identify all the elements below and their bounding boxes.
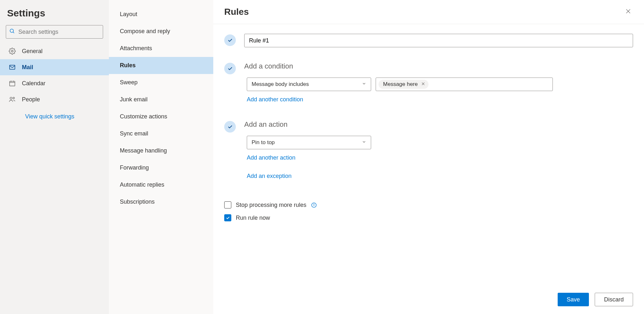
subnav-rules[interactable]: Rules: [109, 57, 213, 74]
sidebar-item-general[interactable]: General: [0, 43, 109, 59]
subnav-junk-email[interactable]: Junk email: [109, 91, 213, 108]
action-type-value: Pin to top: [252, 139, 275, 146]
subnav-customize-actions[interactable]: Customize actions: [109, 108, 213, 125]
calendar-icon: [8, 80, 16, 87]
subnav-layout[interactable]: Layout: [109, 6, 213, 23]
checkbox-checked-icon: [224, 214, 231, 221]
subnav-compose-reply[interactable]: Compose and reply: [109, 23, 213, 40]
close-button[interactable]: [623, 6, 633, 17]
subnav-automatic-replies[interactable]: Automatic replies: [109, 176, 213, 193]
subnav-sweep[interactable]: Sweep: [109, 74, 213, 91]
add-another-condition-link[interactable]: Add another condition: [247, 96, 633, 103]
search-icon: [9, 28, 15, 35]
settings-sidebar: Settings General Mail Calendar People V: [0, 0, 109, 314]
search-settings-box[interactable]: [6, 25, 103, 39]
condition-type-select[interactable]: Message body includes: [247, 78, 371, 91]
rules-panel: Rules Add a condition: [213, 0, 644, 314]
svg-point-2: [11, 50, 13, 52]
sidebar-item-label: Calendar: [22, 80, 45, 87]
people-icon: [8, 96, 16, 103]
gear-icon: [8, 48, 16, 55]
action-type-select[interactable]: Pin to top: [247, 136, 371, 149]
svg-point-0: [10, 29, 14, 32]
close-icon: [625, 10, 631, 15]
save-button[interactable]: Save: [558, 293, 589, 306]
search-settings-input[interactable]: [15, 29, 100, 35]
subnav-forwarding[interactable]: Forwarding: [109, 159, 213, 176]
condition-value-input[interactable]: Message here: [376, 78, 553, 91]
run-rule-now-checkbox[interactable]: Run rule now: [224, 214, 633, 221]
subnav-subscriptions[interactable]: Subscriptions: [109, 193, 213, 210]
info-icon[interactable]: [311, 202, 317, 208]
panel-title: Rules: [224, 7, 249, 17]
checkbox-unchecked-icon: [224, 201, 231, 208]
condition-heading: Add a condition: [244, 62, 633, 70]
rule-name-input[interactable]: [244, 34, 633, 47]
close-icon: [421, 81, 425, 88]
svg-line-1: [13, 32, 14, 33]
stop-processing-label: Stop processing more rules: [236, 202, 306, 208]
chevron-down-icon: [362, 81, 366, 88]
condition-chip: Message here: [379, 80, 428, 89]
svg-point-12: [13, 97, 14, 99]
discard-button[interactable]: Discard: [595, 293, 633, 306]
sidebar-item-label: Mail: [22, 64, 33, 71]
condition-type-value: Message body includes: [252, 81, 309, 88]
sidebar-item-people[interactable]: People: [0, 91, 109, 107]
subnav-message-handling[interactable]: Message handling: [109, 142, 213, 159]
step-action-check-icon: [224, 121, 236, 133]
mail-subnav: Layout Compose and reply Attachments Rul…: [109, 0, 213, 314]
settings-title: Settings: [0, 6, 109, 25]
sidebar-item-calendar[interactable]: Calendar: [0, 75, 109, 91]
svg-point-19: [314, 204, 314, 204]
sidebar-item-mail[interactable]: Mail: [0, 59, 109, 75]
subnav-sync-email[interactable]: Sync email: [109, 125, 213, 142]
stop-processing-checkbox[interactable]: Stop processing more rules: [224, 201, 633, 208]
step-condition-check-icon: [224, 63, 236, 74]
action-heading: Add an action: [244, 120, 633, 129]
chip-label: Message here: [383, 81, 418, 88]
subnav-attachments[interactable]: Attachments: [109, 40, 213, 57]
add-exception-link[interactable]: Add an exception: [247, 173, 633, 180]
step-name-check-icon: [224, 34, 236, 46]
add-another-action-link[interactable]: Add another action: [247, 154, 633, 161]
svg-point-11: [10, 97, 12, 99]
sidebar-item-label: People: [22, 96, 40, 103]
run-rule-now-label: Run rule now: [236, 215, 270, 221]
svg-rect-4: [10, 81, 15, 86]
chevron-down-icon: [362, 139, 366, 146]
remove-chip-button[interactable]: [421, 81, 425, 88]
mail-icon: [8, 64, 16, 71]
view-quick-settings-link[interactable]: View quick settings: [0, 107, 109, 120]
sidebar-item-label: General: [22, 48, 43, 55]
